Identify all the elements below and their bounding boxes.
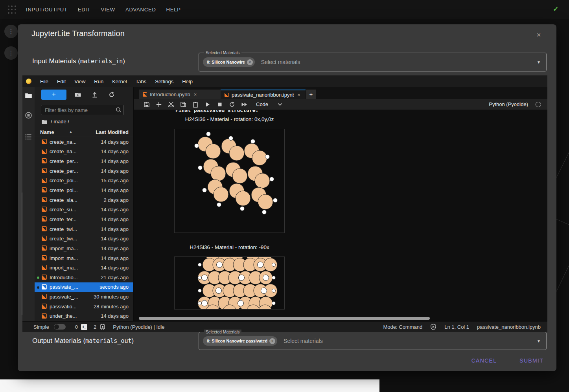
file-row[interactable]: create_per... 14 days ago [35, 156, 133, 166]
save-button[interactable] [142, 100, 151, 109]
notebook-file-icon [42, 207, 47, 212]
dialog-close-button[interactable]: × [534, 30, 544, 40]
jupyter-logo-icon [26, 79, 31, 84]
app-logo[interactable] [8, 5, 17, 14]
tab-introduction[interactable]: Introduction.ipynb × [139, 90, 221, 99]
file-row[interactable]: under_the... 14 days ago [35, 311, 133, 321]
select-materials-placeholder[interactable]: Select materials [284, 338, 537, 344]
jupyter-menu-item[interactable]: Run [90, 79, 108, 84]
kernel-status-dot [37, 306, 39, 308]
material-chip[interactable]: 0: Silicon Nanowire × [203, 57, 255, 67]
mode-indicator: Mode: Command [383, 324, 423, 330]
breadcrumb[interactable]: / made / [41, 119, 69, 125]
input-materials-select[interactable]: Selected Materials 0: Silicon Nanowire ×… [199, 53, 547, 71]
submit-button[interactable]: SUBMIT [516, 354, 547, 368]
jupyter-menu-item[interactable]: Settings [151, 79, 178, 84]
file-row[interactable]: import_ma... 14 days ago [35, 244, 133, 253]
table-of-contents-icon[interactable] [25, 133, 32, 141]
interrupt-kernel-button[interactable] [215, 100, 224, 109]
figure-title: H24Si36 - Material - rotation: 0x,0y,0z [174, 116, 285, 122]
new-folder-icon[interactable] [74, 91, 81, 98]
jupyter-menu-item[interactable]: Tabs [131, 79, 151, 84]
notebook-toolbar: Code Python (Pyodide) [134, 99, 547, 110]
file-browser-icon[interactable] [25, 92, 32, 99]
top-menu-item[interactable]: HELP [166, 7, 181, 13]
new-tab-button[interactable]: + [306, 90, 316, 99]
kernel-status-dot [37, 238, 39, 240]
file-row[interactable]: passivate_... seconds ago [35, 282, 133, 292]
file-row[interactable]: passivate_... 30 minutes ago [35, 292, 133, 302]
kernel-status-dot [37, 257, 39, 260]
paste-cells-button[interactable] [191, 100, 200, 109]
name-column-header[interactable]: Name [40, 129, 54, 135]
upload-icon[interactable] [91, 91, 98, 98]
terminal-count[interactable]: 0 [75, 324, 78, 330]
chip-remove-icon[interactable]: × [247, 59, 253, 65]
filter-files-input[interactable] [41, 105, 123, 115]
background-kebab-button[interactable]: ⋮ [4, 46, 18, 60]
file-row[interactable]: import_ma... 14 days ago [35, 263, 133, 273]
tab-passivate-nanoribbon[interactable]: passivate_nanoribbon.ipynb × [221, 90, 306, 99]
top-menu-item[interactable]: EDIT [78, 7, 91, 13]
kernel-name-button[interactable]: Python (Pyodide) [489, 101, 528, 107]
file-row[interactable]: create_per... 14 days ago [35, 166, 133, 176]
file-row[interactable]: create_su... 14 days ago [35, 205, 133, 214]
tab-close-icon[interactable]: × [193, 92, 198, 97]
kernel-status-dot [37, 277, 39, 279]
file-row[interactable]: passivatio... 28 minutes ago [35, 302, 133, 311]
kernel-count[interactable]: 2 [94, 324, 96, 330]
kernel-status-dot [37, 315, 39, 318]
file-row[interactable]: create_sla... 2 days ago [35, 195, 133, 205]
cell-type-dropdown[interactable]: Code [256, 101, 282, 107]
jupyter-menu-item[interactable]: Kernel [108, 79, 131, 84]
file-row[interactable]: create_poi... 14 days ago [35, 185, 133, 195]
file-row[interactable]: Introductio... 21 days ago [35, 273, 133, 282]
file-row[interactable]: create_poi... 15 days ago [35, 176, 133, 186]
top-menu-item[interactable]: INPUT/OUTPUT [26, 7, 68, 13]
file-row[interactable]: create_twi... 14 days ago [35, 224, 133, 234]
file-list: create_na... 14 days ago create_na... 14… [35, 137, 133, 321]
kernel-status-text[interactable]: Python (Pyodide) | Idle [113, 324, 164, 330]
structure-figure-1 [174, 129, 285, 233]
notebook-file-icon [42, 197, 47, 202]
notebook-file-icon [42, 313, 47, 319]
top-menu-item[interactable]: ADVANCED [125, 7, 156, 13]
file-row[interactable]: create_na... 14 days ago [35, 147, 133, 157]
modified-column-header[interactable]: Last Modified [96, 129, 129, 135]
select-materials-placeholder[interactable]: Select materials [261, 59, 537, 65]
refresh-icon[interactable] [108, 91, 115, 98]
notebook-file-icon [42, 216, 47, 222]
copy-cells-button[interactable] [179, 100, 188, 109]
insert-cell-button[interactable] [155, 100, 163, 109]
restart-kernel-button[interactable] [228, 100, 236, 109]
top-menu-item[interactable]: VIEW [101, 7, 115, 13]
jupyter-menu-item[interactable]: File [36, 79, 53, 84]
jupyter-menu-item[interactable]: Edit [53, 79, 70, 84]
notebook-file-icon [42, 158, 47, 163]
restart-run-all-button[interactable] [240, 100, 249, 109]
cancel-button[interactable]: CANCEL [468, 354, 500, 368]
file-row[interactable]: import_ma... 14 days ago [35, 253, 133, 263]
run-cell-button[interactable] [203, 100, 212, 109]
file-row[interactable]: create_ter... 14 days ago [35, 214, 133, 224]
kernel-status-dot [37, 218, 39, 221]
running-kernels-icon[interactable] [25, 112, 32, 119]
file-row[interactable]: create_twi... 14 days ago [35, 234, 133, 244]
kernel-status-dot [37, 141, 39, 143]
tab-bar: Introduction.ipynb × passivate_nanoribbo… [134, 87, 547, 99]
chevron-down-icon[interactable]: ▼ [537, 60, 541, 64]
output-materials-select[interactable]: Selected Materials 0: Silicon Nanowire p… [199, 332, 547, 350]
jupyter-menu-item[interactable]: Help [178, 79, 197, 84]
fast-forward-icon [241, 102, 247, 107]
background-kebab-button[interactable]: ⋮ [4, 25, 18, 38]
chevron-down-icon[interactable]: ▼ [537, 339, 541, 343]
cut-cells-button[interactable] [167, 100, 175, 109]
material-chip[interactable]: 0: Silicon Nanowire passivated × [203, 336, 277, 346]
chip-remove-icon[interactable]: × [269, 338, 275, 344]
new-launcher-button[interactable]: + [41, 90, 66, 100]
jupyter-menu-item[interactable]: View [70, 79, 90, 84]
simple-mode-toggle[interactable] [54, 324, 66, 330]
horizontal-scrollbar-thumb[interactable] [139, 317, 430, 320]
file-row[interactable]: create_na... 14 days ago [35, 137, 133, 147]
tab-close-icon[interactable]: × [296, 92, 301, 98]
